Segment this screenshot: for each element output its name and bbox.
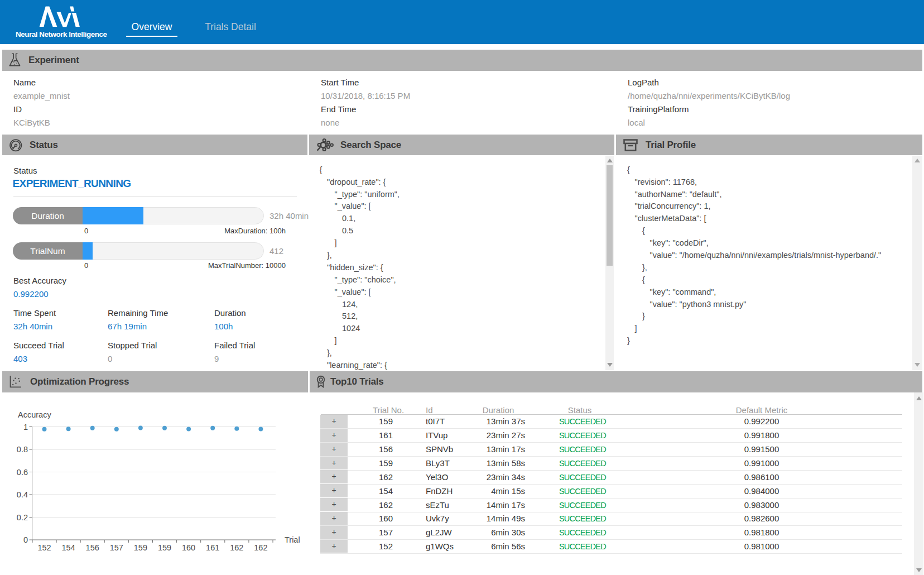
svg-text:0.4: 0.4 [17, 490, 28, 499]
svg-text:0.2: 0.2 [17, 513, 28, 522]
svg-text:162: 162 [230, 543, 243, 552]
svg-text:152: 152 [37, 543, 51, 552]
svg-text:0.8: 0.8 [17, 445, 28, 454]
svg-text:160: 160 [182, 543, 195, 552]
svg-text:0: 0 [23, 535, 28, 544]
svg-text:156: 156 [86, 543, 99, 552]
svg-text:159: 159 [158, 543, 171, 552]
svg-text:154: 154 [61, 543, 75, 552]
svg-text:161: 161 [206, 543, 219, 552]
svg-text:1: 1 [23, 423, 28, 432]
svg-text:Accuracy: Accuracy [18, 410, 51, 419]
svg-text:0.6: 0.6 [17, 468, 28, 477]
svg-text:Trial: Trial [285, 535, 300, 544]
svg-text:162: 162 [254, 543, 267, 552]
svg-text:159: 159 [134, 543, 147, 552]
svg-text:157: 157 [110, 543, 123, 552]
